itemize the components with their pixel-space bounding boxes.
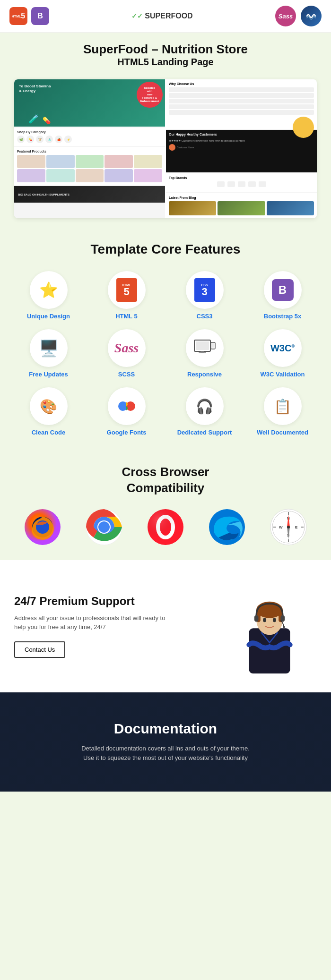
brand-icon-4 [248, 181, 256, 187]
feature-well-documented: 📋 Well Documented [248, 387, 317, 436]
svg-rect-42 [283, 626, 285, 628]
svg-point-38 [263, 618, 266, 622]
free-updates-icon: 🖥️ [39, 339, 59, 358]
cat-icon-1: 🌿 [17, 136, 25, 143]
html5-icon-circle: HTML 5 [108, 271, 146, 309]
browsers-title: Cross BrowserCompatibility [14, 464, 317, 496]
feature-free-updates: 🖥️ Free Updates [14, 329, 83, 378]
support-content: 24/7 Premium Support Address all your is… [14, 595, 166, 658]
support-title: 24/7 Premium Support [14, 595, 166, 608]
why-item-5 [169, 110, 314, 115]
page-title-line1: SuperFood – Nutrition Store [9, 42, 322, 57]
svg-rect-5 [212, 343, 214, 348]
blog-image-1 [169, 201, 216, 215]
dedicated-support-label: Dedicated Support [177, 429, 232, 436]
logo-text: SUPERFOOD [145, 12, 192, 20]
cat-icon-2: 💊 [26, 136, 34, 143]
feature-clean-code: 🎨 Clean Code [14, 387, 83, 436]
svg-rect-3 [199, 352, 206, 353]
bootstrap-label: Bootstrap 5x [264, 313, 301, 320]
css3-icon-circle: CSS 3 [186, 271, 224, 309]
preview-products-title: Featured Products [17, 150, 162, 153]
firefox-svg-icon [24, 508, 61, 546]
preview-updated-badge: UpdatedwithnewFeatures &Enhancement [137, 82, 163, 108]
preview-banner-text: BIG SALE ON HEALTH SUPPLIMENTS [18, 193, 70, 196]
preview-blog-title: Latest From Blog [169, 196, 314, 199]
svg-rect-2 [200, 351, 204, 352]
unique-design-icon: ⭐ [39, 281, 58, 299]
preview-customers-title: Our Happy Healthy Customers [169, 133, 314, 136]
site-logo: ✓✓ SUPERFOOD [131, 12, 192, 20]
product-item-6 [17, 169, 45, 182]
why-item-3 [169, 99, 314, 103]
header-left-icons: HTML 5 B [9, 7, 49, 25]
well-documented-icon-circle: 📋 [264, 387, 302, 425]
preview-container: To Boost Stamina& Energy UpdatedwithnewF… [14, 79, 317, 218]
unique-design-label: Unique Design [27, 313, 70, 320]
features-title: Template Core Features [14, 242, 317, 257]
svg-point-32 [287, 526, 290, 528]
product-item-2 [46, 155, 75, 168]
preview-brands: Top Brands [166, 173, 317, 192]
features-row-3: 🎨 Clean Code Google Fonts 🎧 Dedicated Su… [14, 387, 317, 436]
features-row-2: 🖥️ Free Updates Sass SCSS [14, 329, 317, 378]
w3c-label: W3C Validation [261, 371, 305, 378]
features-row-1: ⭐ Unique Design HTML 5 HTML 5 CSS 3 CSS3 [14, 271, 317, 320]
page-title-section: SuperFood – Nutrition Store HTML5 Landin… [0, 33, 331, 75]
css3-label: CSS3 [197, 313, 213, 320]
clean-code-icon-circle: 🎨 [30, 387, 68, 425]
unique-design-icon-circle: ⭐ [30, 271, 68, 309]
chrome-svg-icon [85, 508, 123, 546]
google-fonts-icon-circle [108, 387, 146, 425]
person-avatar [293, 117, 314, 138]
docs-title: Documentation [114, 721, 217, 737]
preview-product-grid [17, 155, 162, 182]
html-text: HTML [12, 15, 21, 18]
chrome-browser-icon [85, 508, 123, 546]
feature-bootstrap: B Bootstrap 5x [248, 271, 317, 320]
feature-unique-design: ⭐ Unique Design [14, 271, 83, 320]
well-documented-label: Well Documented [257, 429, 308, 436]
feature-responsive: Responsive [170, 329, 239, 378]
blog-image-3 [267, 201, 314, 215]
product-item-8 [76, 169, 104, 182]
why-item-2 [169, 93, 314, 98]
preview-blog: Latest From Blog [166, 193, 317, 218]
preview-why-choose: Why Choose Us [166, 79, 317, 129]
html-num: 5 [21, 12, 25, 20]
svg-rect-33 [249, 628, 290, 673]
brand-icon-1 [217, 181, 225, 187]
free-updates-icon-circle: 🖥️ [30, 329, 68, 367]
opera-browser-icon [147, 508, 184, 546]
product-item-4 [105, 155, 133, 168]
svg-point-39 [273, 618, 276, 622]
contact-us-button[interactable]: Contact Us [14, 641, 65, 658]
preview-customers: Our Happy Healthy Customers ★★★★★ Custom… [166, 130, 317, 172]
preview-left-panel: To Boost Stamina& Energy UpdatedwithnewF… [14, 79, 165, 218]
svg-point-18 [148, 509, 183, 545]
reviewer-avatar [169, 144, 175, 151]
responsive-label: Responsive [187, 371, 222, 378]
responsive-icon-circle [186, 329, 224, 367]
edge-browser-icon [208, 508, 246, 546]
header: HTML 5 B ✓✓ SUPERFOOD Sass [0, 0, 331, 33]
preview-why-title: Why Choose Us [169, 82, 314, 85]
preview-section: To Boost Stamina& Energy UpdatedwithnewF… [0, 75, 331, 228]
support-section: 24/7 Premium Support Address all your is… [0, 560, 331, 692]
browsers-section: Cross BrowserCompatibility [0, 455, 331, 560]
product-image-placeholder: 🧪 [28, 114, 39, 124]
svg-rect-40 [254, 615, 259, 622]
safari-svg-icon: N S E W [270, 508, 307, 546]
preview-products: Featured Products [14, 147, 165, 185]
documentation-section: Documentation Detailed documentation cov… [0, 692, 331, 792]
browsers-grid: N S E W [14, 508, 317, 546]
dedicated-support-icon-circle: 🎧 [186, 387, 224, 425]
preview-blog-images [169, 201, 314, 215]
w3c-feature-icon: W3C® [270, 343, 295, 354]
well-documented-icon: 📋 [274, 398, 291, 415]
support-person-image [166, 579, 317, 673]
html5-label: HTML 5 [115, 313, 138, 320]
clean-code-icon: 🎨 [40, 398, 57, 415]
cat-icon-6: ⚡ [64, 136, 72, 143]
w3c-icon-circle: W3C® [264, 329, 302, 367]
